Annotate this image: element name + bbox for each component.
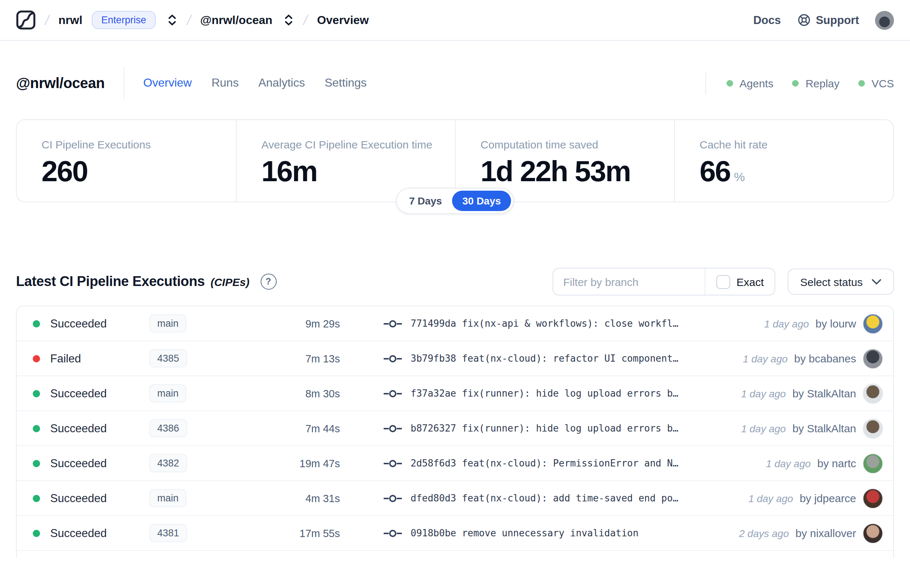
workspace-tabs: Overview Runs Analytics Settings bbox=[144, 76, 367, 89]
tab-settings[interactable]: Settings bbox=[325, 76, 367, 89]
stat-value: 66% bbox=[700, 157, 893, 186]
stat-ci-pipeline-executions: CI Pipeline Executions 260 bbox=[17, 120, 236, 202]
branch-chip[interactable]: 4382 bbox=[149, 454, 187, 472]
author: by StalkAltan bbox=[792, 422, 856, 435]
author-avatar bbox=[863, 418, 883, 438]
cipes-section-header: Latest CI Pipeline Executions (CIPEs) ? … bbox=[16, 265, 894, 298]
stat-cache-hit-rate: Cache hit rate 66% bbox=[674, 120, 893, 202]
cipe-row[interactable]: Succeeded 4382 19m 47s 2d58f6d3 feat(nx-… bbox=[17, 446, 893, 481]
lifebuoy-icon bbox=[797, 13, 811, 27]
tab-analytics[interactable]: Analytics bbox=[259, 76, 305, 89]
cipe-commit-cell: b8726327 fix(runner): hide log upload er… bbox=[384, 423, 732, 434]
time-ago: 2 days ago bbox=[739, 527, 789, 539]
cipe-status-cell: Succeeded bbox=[33, 422, 149, 435]
author-avatar bbox=[863, 453, 883, 473]
stat-label: Average CI Pipeline Execution time bbox=[261, 138, 455, 151]
support-link-label: Support bbox=[816, 13, 859, 27]
git-commit-icon bbox=[384, 424, 402, 433]
org-selector-chevron-icon[interactable] bbox=[166, 14, 177, 26]
author: by nartc bbox=[817, 457, 856, 469]
status-dot bbox=[33, 530, 40, 537]
branch-chip[interactable]: main bbox=[149, 314, 187, 333]
cipe-commit-cell: dfed80d3 feat(nx-cloud): add time-saved … bbox=[384, 493, 740, 504]
green-dot-icon bbox=[727, 80, 733, 86]
cipe-row[interactable]: Succeeded main 9m 29s 771499da fix(nx-ap… bbox=[17, 306, 893, 341]
cipe-status-cell: Failed bbox=[33, 352, 149, 365]
stat-label: Cache hit rate bbox=[700, 138, 893, 151]
author-avatar bbox=[863, 313, 883, 334]
time-ago: 1 day ago bbox=[741, 388, 786, 399]
cipe-branch-cell: 4381 bbox=[149, 524, 231, 542]
status-dot bbox=[33, 460, 40, 467]
stat-label: Computation time saved bbox=[480, 138, 674, 151]
branch-filter-input[interactable] bbox=[553, 268, 704, 295]
status-agents-label: Agents bbox=[740, 77, 774, 89]
select-status-dropdown[interactable]: Select status bbox=[788, 268, 894, 295]
branch-chip[interactable]: 4386 bbox=[149, 419, 187, 437]
cipe-branch-cell: 4385 bbox=[149, 349, 231, 367]
user-avatar[interactable] bbox=[875, 11, 894, 29]
cipe-branch-cell: main bbox=[149, 314, 231, 333]
nx-cloud-dashboard: / nrwl Enterprise / @nrwl/ocean / Overvi… bbox=[0, 0, 910, 588]
cipe-row[interactable]: Succeeded main 4m 31s dfed80d3 feat(nx-c… bbox=[17, 481, 893, 516]
docs-link[interactable]: Docs bbox=[753, 13, 781, 27]
commit-text: b8726327 fix(runner): hide log upload er… bbox=[411, 423, 679, 434]
status-label: Succeeded bbox=[50, 527, 107, 540]
branch-filter-group: Exact bbox=[552, 268, 775, 296]
breadcrumb-org[interactable]: nrwl bbox=[58, 13, 82, 27]
status-dot bbox=[33, 494, 40, 502]
commit-text: 2d58f6d3 feat(nx-cloud): PermissionError… bbox=[411, 458, 679, 468]
status-agents[interactable]: Agents bbox=[727, 77, 774, 89]
git-commit-icon bbox=[384, 354, 402, 363]
cipe-commit-cell: 771499da fix(nx-api & workflows): close … bbox=[384, 318, 755, 329]
status-label: Failed bbox=[50, 352, 81, 365]
cipe-status-cell: Succeeded bbox=[33, 387, 149, 400]
status-dot bbox=[33, 355, 40, 362]
stat-label: CI Pipeline Executions bbox=[42, 138, 236, 151]
green-dot-icon bbox=[792, 80, 799, 86]
cipe-row[interactable]: Failed 4385 7m 13s 3b79fb38 feat(nx-clou… bbox=[17, 341, 893, 376]
exact-toggle[interactable]: Exact bbox=[704, 268, 774, 295]
enterprise-badge[interactable]: Enterprise bbox=[92, 11, 155, 29]
workspace-selector-chevron-icon[interactable] bbox=[283, 14, 294, 26]
branch-chip[interactable]: 4381 bbox=[149, 524, 187, 542]
git-commit-icon bbox=[384, 389, 402, 398]
author: by nixallover bbox=[795, 527, 856, 539]
cipe-status-cell: Succeeded bbox=[33, 491, 149, 505]
branch-chip[interactable]: main bbox=[149, 384, 187, 402]
cipe-meta-cell: 2 days ago by nixallover bbox=[730, 523, 883, 543]
support-link[interactable]: Support bbox=[797, 13, 859, 27]
date-range-toggle: 7 Days 30 Days bbox=[396, 188, 514, 214]
status-vcs[interactable]: VCS bbox=[858, 77, 894, 89]
stats-cards: CI Pipeline Executions 260 Average CI Pi… bbox=[16, 120, 894, 202]
breadcrumb-workspace[interactable]: @nrwl/ocean bbox=[200, 13, 272, 27]
range-30-days[interactable]: 30 Days bbox=[452, 191, 511, 211]
nx-cloud-logo[interactable] bbox=[16, 10, 36, 30]
cipe-commit-cell: 3b79fb38 feat(nx-cloud): refactor UI com… bbox=[384, 353, 734, 364]
topbar-actions: Docs Support bbox=[753, 11, 894, 29]
status-label: Succeeded bbox=[50, 491, 107, 505]
cipe-row[interactable]: Succeeded main 8m 30s f37a32ae fix(runne… bbox=[17, 376, 893, 411]
author-avatar bbox=[863, 348, 883, 368]
cipe-branch-cell: 4386 bbox=[149, 419, 231, 437]
cipe-row[interactable]: Succeeded 4386 7m 44s b8726327 fix(runne… bbox=[17, 411, 893, 446]
cipes-title: Latest CI Pipeline Executions bbox=[16, 274, 205, 290]
status-replay[interactable]: Replay bbox=[792, 77, 839, 89]
cipe-meta-cell: 1 day ago by bcabanes bbox=[734, 348, 883, 368]
git-commit-icon bbox=[384, 529, 402, 538]
cipe-duration: 9m 29s bbox=[231, 318, 340, 329]
tab-overview[interactable]: Overview bbox=[144, 76, 192, 89]
tab-runs[interactable]: Runs bbox=[212, 76, 239, 89]
branch-chip[interactable]: 4385 bbox=[149, 349, 187, 367]
cipe-meta-cell: 1 day ago by nartc bbox=[757, 453, 883, 473]
cipe-row[interactable]: Succeeded 4381 17m 55s 0918b0be remove u… bbox=[17, 516, 893, 551]
status-dot bbox=[33, 390, 40, 397]
time-ago: 1 day ago bbox=[748, 492, 793, 504]
help-icon[interactable]: ? bbox=[260, 274, 276, 290]
exact-label: Exact bbox=[736, 275, 764, 288]
branch-chip[interactable]: main bbox=[149, 489, 187, 507]
time-ago: 1 day ago bbox=[743, 352, 788, 364]
range-7-days[interactable]: 7 Days bbox=[399, 191, 452, 211]
time-ago: 1 day ago bbox=[764, 318, 809, 329]
exact-checkbox[interactable] bbox=[716, 275, 730, 289]
